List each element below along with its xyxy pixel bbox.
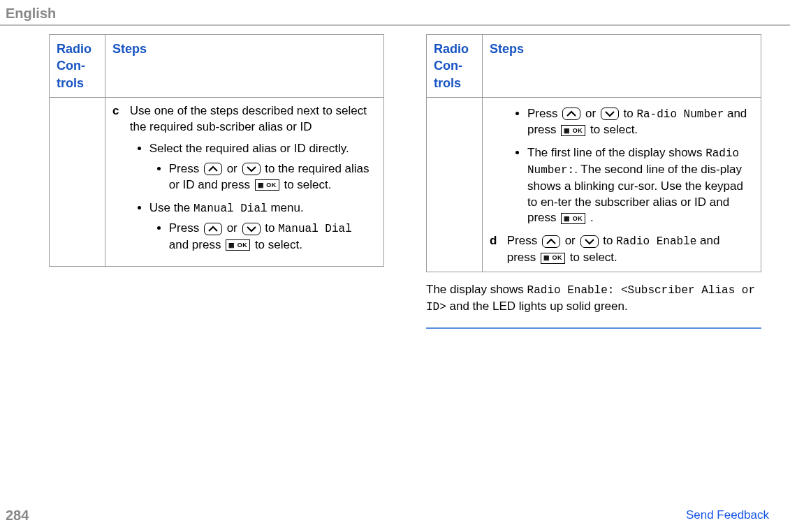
page-number: 284	[6, 506, 29, 525]
list-item: The first line of the display shows Radi…	[527, 145, 754, 226]
col-header-controls: Radio Con-trols	[50, 35, 105, 98]
right-column: Radio Con-trols Steps Press or to R	[426, 34, 761, 329]
down-arrow-icon	[601, 108, 619, 120]
list-item: Press or to Ra-dio Number and press ▦ OK…	[527, 106, 754, 139]
sub-list: Press or to Manual Dial and press ▦ OK t…	[149, 221, 373, 253]
mono-text: Ra-dio Number	[636, 108, 724, 121]
mono-text: Manual Dial	[193, 202, 268, 215]
text-fragment: and the LED lights up solid green.	[446, 300, 628, 313]
text-fragment: The first line of the display shows	[527, 146, 705, 159]
steps-cell: Press or to Ra-dio Number and press ▦ OK…	[483, 97, 761, 272]
text-fragment: to select.	[590, 123, 638, 136]
send-feedback-link[interactable]: Send Feedback	[686, 508, 769, 524]
page-header-language: English	[0, 0, 790, 24]
ok-button-icon: ▦ OK	[561, 125, 585, 136]
text-fragment: Press	[169, 221, 203, 235]
text-fragment: Press	[527, 107, 561, 120]
step-d: d Press or to Radio Enable and press ▦ O…	[490, 233, 754, 266]
table-row: Press or to Ra-dio Number and press ▦ OK…	[427, 97, 761, 272]
controls-cell-empty	[427, 97, 483, 272]
text-fragment: Press	[169, 162, 203, 175]
table-row: c Use one of the steps described next to…	[50, 97, 384, 266]
mono-text: Manual Dial	[278, 223, 352, 235]
step-c-intro: Use one of the steps described next to s…	[130, 104, 367, 133]
step-c: c Use one of the steps described next to…	[112, 103, 376, 260]
steps-cell: c Use one of the steps described next to…	[105, 97, 384, 266]
content-area: Radio Con-trols Steps c Use one of the s…	[0, 34, 790, 329]
up-arrow-icon	[204, 223, 222, 235]
list-item: Press or to the required alias or ID and…	[169, 161, 373, 193]
section-divider	[426, 327, 761, 329]
step-d-body: Press or to Radio Enable and press ▦ OK …	[507, 233, 750, 266]
col-header-steps: Steps	[105, 35, 384, 98]
text-fragment: and press	[169, 238, 224, 251]
sub-list: Press or to the required alias or ID and…	[149, 161, 373, 193]
text-fragment: Press	[507, 234, 541, 247]
header-rule	[0, 24, 790, 26]
step-c-body: Use one of the steps described next to s…	[130, 103, 373, 260]
table-header-row: Radio Con-trols Steps	[50, 35, 384, 98]
up-arrow-icon	[204, 163, 222, 175]
ok-button-icon: ▦ OK	[226, 239, 250, 251]
text-fragment: or	[565, 234, 579, 247]
right-table: Radio Con-trols Steps Press or to R	[426, 34, 761, 272]
left-column: Radio Con-trols Steps c Use one of the s…	[49, 34, 384, 329]
step-c-list: Select the required alias or ID directly…	[130, 141, 373, 253]
result-paragraph: The display shows Radio Enable: <Subscri…	[426, 282, 761, 315]
list-item: Use the Manual Dial menu. Press or to Ma…	[149, 200, 373, 253]
text-fragment: to select.	[570, 251, 617, 264]
text-fragment: or	[227, 221, 241, 235]
text-fragment: or	[227, 162, 241, 175]
ok-button-icon: ▦ OK	[255, 179, 279, 191]
text-fragment: Use the	[149, 201, 193, 214]
text-fragment: .	[590, 211, 594, 224]
mono-text: Radio Enable	[616, 235, 696, 248]
col-header-steps: Steps	[483, 35, 761, 98]
bullet-text: Select the required alias or ID directly…	[149, 142, 349, 155]
step-letter-d: d	[490, 233, 504, 249]
text-fragment: to select.	[284, 178, 331, 191]
down-arrow-icon	[242, 223, 261, 235]
left-table: Radio Con-trols Steps c Use one of the s…	[49, 34, 384, 267]
down-arrow-icon	[242, 163, 261, 175]
table-header-row: Radio Con-trols Steps	[427, 35, 761, 98]
col-header-controls: Radio Con-trols	[427, 35, 483, 98]
text-fragment: The display shows	[426, 283, 527, 296]
down-arrow-icon	[580, 235, 599, 248]
footer: 284 Send Feedback	[0, 506, 790, 525]
controls-cell-empty	[50, 97, 105, 266]
list-item: Press or to Manual Dial and press ▦ OK t…	[169, 221, 373, 253]
up-arrow-icon	[542, 235, 560, 248]
text-fragment: or	[585, 107, 599, 120]
text-fragment: to	[603, 234, 616, 247]
text-fragment: to	[624, 107, 637, 120]
step-c-continued: Press or to Ra-dio Number and press ▦ OK…	[490, 106, 754, 227]
text-fragment: menu.	[268, 201, 304, 214]
list-item: Select the required alias or ID directly…	[149, 141, 373, 193]
text-fragment: to select.	[255, 238, 302, 251]
step-letter-c: c	[112, 103, 126, 119]
sub-list: Press or to Ra-dio Number and press ▦ OK…	[508, 106, 754, 227]
ok-button-icon: ▦ OK	[561, 213, 585, 224]
up-arrow-icon	[562, 108, 580, 120]
ok-button-icon: ▦ OK	[541, 253, 565, 264]
text-fragment: to	[265, 221, 278, 235]
